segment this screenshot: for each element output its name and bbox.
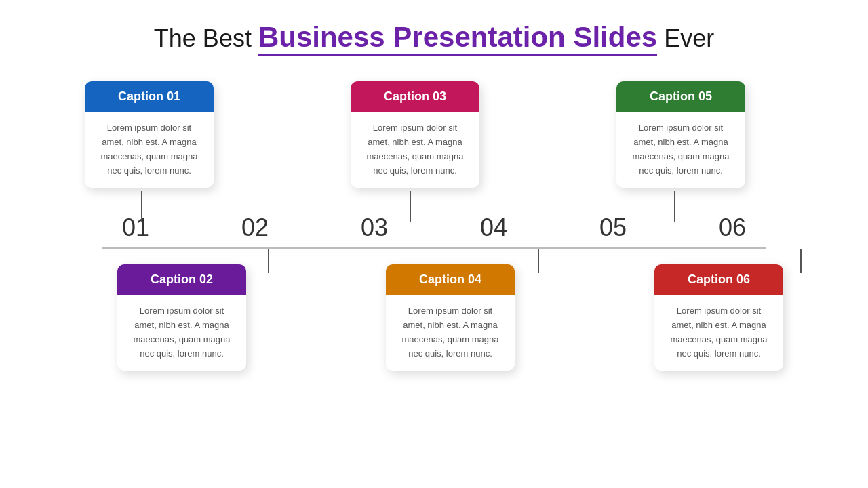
card-body-01: Lorem ipsum dolor sit amet, nibh est. A … [85, 112, 214, 187]
timeline-num-01: 01 [102, 214, 170, 242]
connector-02 [268, 249, 269, 273]
connector-05 [674, 191, 675, 222]
connector-03 [410, 191, 411, 222]
page-title: The Best Business Presentation Slides Ev… [41, 20, 827, 54]
card-body-02: Lorem ipsum dolor sit amet, nibh est. A … [117, 295, 246, 370]
timeline-line [102, 247, 766, 249]
connector-06 [800, 249, 802, 273]
card-header-04: Caption 04 [386, 264, 515, 295]
timeline-num-04: 04 [460, 214, 528, 242]
title-highlight: Business Presentation Slides [258, 21, 657, 56]
connector-04 [538, 249, 539, 273]
card-body-05: Lorem ipsum dolor sit amet, nibh est. A … [616, 112, 745, 187]
title-before: The Best [154, 24, 258, 52]
card-header-01: Caption 01 [85, 81, 214, 112]
timeline-num-06: 06 [698, 214, 766, 242]
card-caption-04: Caption 04 Lorem ipsum dolor sit amet, n… [386, 264, 515, 370]
card-caption-06: Caption 06 Lorem ipsum dolor sit amet, n… [654, 264, 783, 370]
connector-01 [141, 191, 142, 222]
card-header-02: Caption 02 [117, 264, 246, 295]
timeline-num-03: 03 [340, 214, 408, 242]
card-header-05: Caption 05 [616, 81, 745, 112]
timeline-num-02: 02 [221, 214, 289, 242]
card-body-04: Lorem ipsum dolor sit amet, nibh est. A … [386, 295, 515, 370]
card-caption-05: Caption 05 Lorem ipsum dolor sit amet, n… [616, 81, 745, 187]
card-header-06: Caption 06 [654, 264, 783, 295]
card-caption-03: Caption 03 Lorem ipsum dolor sit amet, n… [351, 81, 479, 187]
card-header-03: Caption 03 [351, 81, 479, 112]
card-body-06: Lorem ipsum dolor sit amet, nibh est. A … [654, 295, 783, 370]
timeline-area: Caption 01 Lorem ipsum dolor sit amet, n… [41, 81, 827, 434]
page: The Best Business Presentation Slides Ev… [0, 0, 868, 488]
card-body-03: Lorem ipsum dolor sit amet, nibh est. A … [351, 112, 479, 187]
title-after: Ever [657, 24, 714, 52]
timeline-num-05: 05 [579, 214, 647, 242]
card-caption-02: Caption 02 Lorem ipsum dolor sit amet, n… [117, 264, 246, 370]
card-caption-01: Caption 01 Lorem ipsum dolor sit amet, n… [85, 81, 214, 187]
